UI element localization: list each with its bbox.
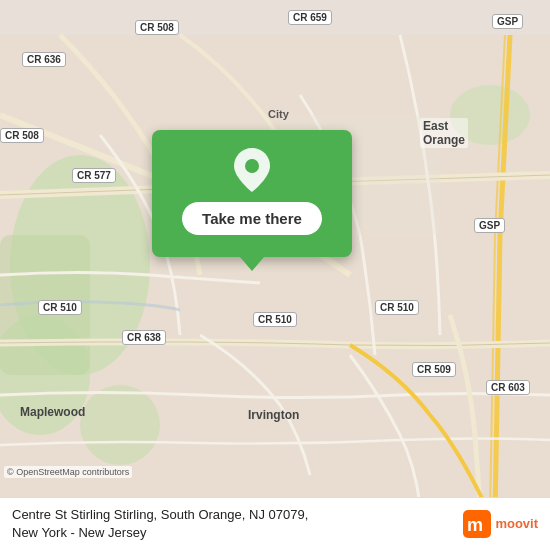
svg-text:m: m <box>467 515 483 535</box>
city-label-maplewood: Maplewood <box>20 405 85 419</box>
address-block: Centre St Stirling Stirling, South Orang… <box>12 506 453 542</box>
address-text: Centre St Stirling Stirling, South Orang… <box>12 506 453 542</box>
address-line1: Centre St Stirling Stirling, South Orang… <box>12 507 308 522</box>
moovit-logo: m moovit <box>463 510 538 538</box>
take-me-there-button[interactable]: Take me there <box>182 202 322 235</box>
address-line2: New York - New Jersey <box>12 525 146 540</box>
city-label-east-orange: EastOrange <box>420 118 468 148</box>
road-label-cr508-top: CR 508 <box>135 20 179 35</box>
moovit-label: moovit <box>495 516 538 531</box>
road-label-cr509: CR 509 <box>412 362 456 377</box>
road-label-cr510-left: CR 510 <box>38 300 82 315</box>
cta-card: Take me there <box>152 130 352 257</box>
road-label-gsp-mid: GSP <box>474 218 505 233</box>
city-label-irvington: Irvington <box>248 408 299 422</box>
road-label-cr508-left: CR 508 <box>0 128 44 143</box>
road-label-cr577: CR 577 <box>72 168 116 183</box>
road-label-gsp-top: GSP <box>492 14 523 29</box>
osm-credit: © OpenStreetMap contributors <box>4 466 132 478</box>
svg-point-7 <box>245 159 259 173</box>
bottom-bar: Centre St Stirling Stirling, South Orang… <box>0 497 550 550</box>
road-label-cr510-right: CR 510 <box>375 300 419 315</box>
road-label-cr510-mid: CR 510 <box>253 312 297 327</box>
road-label-cr636: CR 636 <box>22 52 66 67</box>
road-label-cr603: CR 603 <box>486 380 530 395</box>
road-label-cr659: CR 659 <box>288 10 332 25</box>
moovit-icon: m <box>463 510 491 538</box>
svg-point-3 <box>80 385 160 465</box>
road-label-cr638: CR 638 <box>122 330 166 345</box>
location-pin-icon <box>234 148 270 192</box>
map-container: CR 636 CR 508 CR 659 GSP CR 508 CR 577 E… <box>0 0 550 550</box>
city-label-city: City <box>268 108 289 120</box>
